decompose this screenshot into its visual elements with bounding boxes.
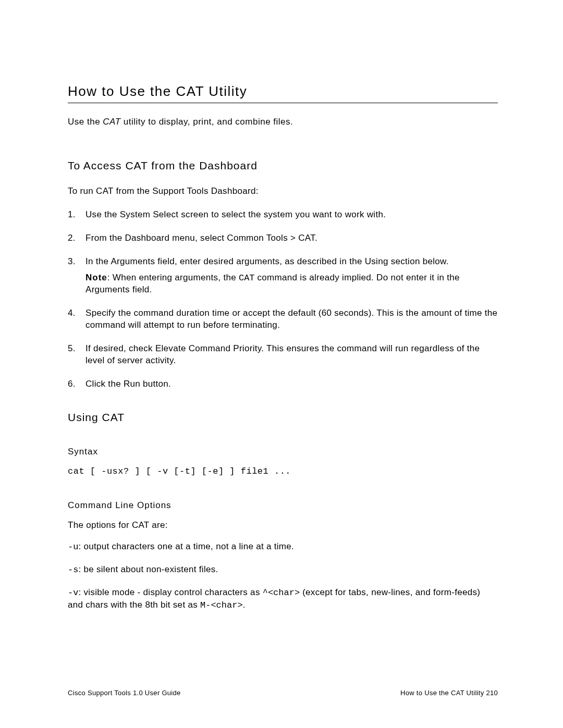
option-u-text: : output characters one at a time, not a… bbox=[78, 541, 294, 551]
step-4-text: Specify the command duration time or acc… bbox=[85, 307, 498, 331]
option-v-text1: : visible mode - display control charact… bbox=[78, 587, 262, 597]
step-3-note-code: CAT bbox=[239, 273, 255, 283]
option-s-flag: -s bbox=[68, 565, 78, 575]
step-6: Click the Run button. bbox=[85, 378, 498, 390]
syntax-heading: Syntax bbox=[68, 447, 498, 457]
page-footer: Cisco Support Tools 1.0 User Guide How t… bbox=[68, 689, 498, 697]
section-access-heading: To Access CAT from the Dashboard bbox=[68, 159, 498, 172]
step-3-note-bold: Note bbox=[85, 273, 107, 282]
syntax-line: cat [ -usx? ] [ -v [-t] [-e] ] file1 ... bbox=[68, 466, 498, 476]
intro-pre: Use the bbox=[68, 117, 103, 127]
footer-right: How to Use the CAT Utility 210 bbox=[400, 689, 498, 697]
options-heading: Command Line Options bbox=[68, 500, 498, 511]
options-intro: The options for CAT are: bbox=[68, 520, 498, 530]
step-2-text: From the Dashboard menu, select Common T… bbox=[85, 232, 498, 244]
option-v: -v: visible mode - display control chara… bbox=[68, 587, 498, 612]
footer-left: Cisco Support Tools 1.0 User Guide bbox=[68, 689, 181, 697]
step-3-note: Note: When entering arguments, the CAT c… bbox=[85, 272, 498, 297]
step-3-note-pre: : When entering arguments, the bbox=[107, 273, 239, 282]
step-3-text: In the Arguments field, enter desired ar… bbox=[85, 256, 498, 268]
step-4: Specify the command duration time or acc… bbox=[85, 307, 498, 331]
access-lead: To run CAT from the Support Tools Dashbo… bbox=[68, 186, 498, 198]
intro-italic: CAT bbox=[103, 117, 120, 127]
option-u-flag: -u bbox=[68, 542, 78, 552]
option-v-flag: -v bbox=[68, 588, 78, 598]
option-u: -u: output characters one at a time, not… bbox=[68, 541, 498, 553]
step-6-text: Click the Run button. bbox=[85, 378, 498, 390]
step-2: From the Dashboard menu, select Common T… bbox=[85, 232, 498, 244]
option-v-code3: M-<char> bbox=[200, 600, 243, 610]
option-v-code2: ^<char> bbox=[263, 588, 300, 598]
page: How to Use the CAT Utility Use the CAT u… bbox=[0, 0, 563, 728]
step-5-text: If desired, check Elevate Command Priori… bbox=[85, 343, 498, 367]
step-3: In the Arguments field, enter desired ar… bbox=[85, 256, 498, 297]
steps-list: Use the System Select screen to select t… bbox=[68, 209, 498, 390]
page-title: How to Use the CAT Utility bbox=[68, 83, 498, 100]
section-using-heading: Using CAT bbox=[68, 411, 498, 424]
option-s: -s: be silent about non-existent files. bbox=[68, 564, 498, 576]
step-5: If desired, check Elevate Command Priori… bbox=[85, 343, 498, 367]
option-v-text3: . bbox=[243, 600, 246, 610]
intro-paragraph: Use the CAT utility to display, print, a… bbox=[68, 116, 498, 128]
title-rule bbox=[68, 103, 498, 103]
step-1-text: Use the System Select screen to select t… bbox=[85, 209, 498, 221]
step-1: Use the System Select screen to select t… bbox=[85, 209, 498, 221]
intro-post: utility to display, print, and combine f… bbox=[121, 117, 293, 127]
option-s-text: : be silent about non-existent files. bbox=[78, 564, 218, 574]
